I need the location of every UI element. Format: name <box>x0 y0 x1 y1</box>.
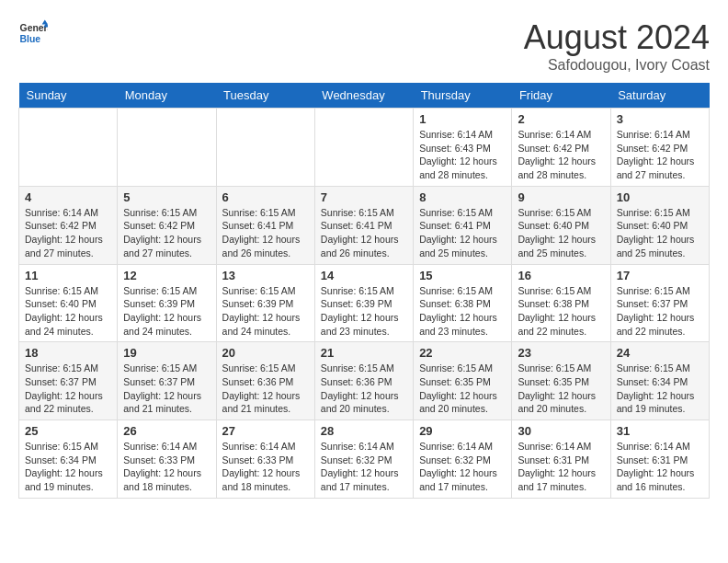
header: General Blue August 2024 Safodougou, Ivo… <box>18 18 710 74</box>
day-number: 2 <box>518 112 604 126</box>
day-info: Sunrise: 6:15 AM Sunset: 6:39 PM Dayligh… <box>222 284 309 339</box>
table-row <box>216 109 314 187</box>
table-row: 26Sunrise: 6:14 AM Sunset: 6:33 PM Dayli… <box>118 420 216 499</box>
day-info: Sunrise: 6:15 AM Sunset: 6:36 PM Dayligh… <box>321 362 407 416</box>
table-row: 21Sunrise: 6:15 AM Sunset: 6:36 PM Dayli… <box>314 342 413 420</box>
day-number: 1 <box>419 112 506 126</box>
table-row: 27Sunrise: 6:14 AM Sunset: 6:33 PM Dayli… <box>216 420 314 499</box>
table-row: 8Sunrise: 6:15 AM Sunset: 6:41 PM Daylig… <box>414 186 512 264</box>
day-number: 18 <box>25 346 111 360</box>
table-row <box>314 109 413 187</box>
day-info: Sunrise: 6:15 AM Sunset: 6:40 PM Dayligh… <box>518 206 604 260</box>
day-info: Sunrise: 6:14 AM Sunset: 6:43 PM Dayligh… <box>419 128 506 182</box>
table-row: 9Sunrise: 6:15 AM Sunset: 6:40 PM Daylig… <box>512 186 610 264</box>
day-number: 10 <box>617 190 703 204</box>
day-number: 15 <box>419 269 506 282</box>
day-info: Sunrise: 6:15 AM Sunset: 6:41 PM Dayligh… <box>419 206 506 260</box>
table-row: 7Sunrise: 6:15 AM Sunset: 6:41 PM Daylig… <box>314 186 413 264</box>
day-number: 6 <box>222 190 309 204</box>
day-info: Sunrise: 6:15 AM Sunset: 6:39 PM Dayligh… <box>123 284 210 339</box>
table-row <box>19 109 118 187</box>
header-wednesday: Wednesday <box>314 83 413 109</box>
table-row: 25Sunrise: 6:15 AM Sunset: 6:34 PM Dayli… <box>19 420 118 499</box>
table-row: 4Sunrise: 6:14 AM Sunset: 6:42 PM Daylig… <box>19 186 118 264</box>
day-number: 11 <box>25 269 111 282</box>
day-info: Sunrise: 6:14 AM Sunset: 6:42 PM Dayligh… <box>25 206 111 260</box>
header-friday: Friday <box>512 83 610 109</box>
day-info: Sunrise: 6:15 AM Sunset: 6:35 PM Dayligh… <box>419 362 506 416</box>
week-row-2: 4Sunrise: 6:14 AM Sunset: 6:42 PM Daylig… <box>19 186 710 264</box>
day-info: Sunrise: 6:15 AM Sunset: 6:38 PM Dayligh… <box>518 284 604 339</box>
day-info: Sunrise: 6:15 AM Sunset: 6:38 PM Dayligh… <box>419 284 506 339</box>
table-row: 23Sunrise: 6:15 AM Sunset: 6:35 PM Dayli… <box>512 342 610 420</box>
calendar-table: Sunday Monday Tuesday Wednesday Thursday… <box>18 83 710 499</box>
day-number: 24 <box>617 346 703 360</box>
day-info: Sunrise: 6:15 AM Sunset: 6:37 PM Dayligh… <box>123 362 210 416</box>
table-row: 20Sunrise: 6:15 AM Sunset: 6:36 PM Dayli… <box>216 342 314 420</box>
table-row: 3Sunrise: 6:14 AM Sunset: 6:42 PM Daylig… <box>610 109 709 187</box>
table-row: 30Sunrise: 6:14 AM Sunset: 6:31 PM Dayli… <box>512 420 610 499</box>
svg-marker-2 <box>42 20 48 25</box>
subtitle: Safodougou, Ivory Coast <box>524 57 710 74</box>
week-row-4: 18Sunrise: 6:15 AM Sunset: 6:37 PM Dayli… <box>19 342 710 420</box>
day-number: 16 <box>518 269 604 282</box>
day-info: Sunrise: 6:14 AM Sunset: 6:32 PM Dayligh… <box>419 440 506 494</box>
table-row: 16Sunrise: 6:15 AM Sunset: 6:38 PM Dayli… <box>512 264 610 342</box>
header-saturday: Saturday <box>610 83 709 109</box>
header-monday: Monday <box>118 83 216 109</box>
week-row-3: 11Sunrise: 6:15 AM Sunset: 6:40 PM Dayli… <box>19 264 710 342</box>
day-info: Sunrise: 6:15 AM Sunset: 6:41 PM Dayligh… <box>321 206 407 260</box>
day-number: 27 <box>222 424 309 438</box>
day-info: Sunrise: 6:15 AM Sunset: 6:42 PM Dayligh… <box>123 206 210 260</box>
day-info: Sunrise: 6:14 AM Sunset: 6:42 PM Dayligh… <box>617 128 703 182</box>
logo: General Blue <box>18 18 48 48</box>
day-number: 12 <box>123 269 210 282</box>
day-number: 7 <box>321 190 407 204</box>
week-row-1: 1Sunrise: 6:14 AM Sunset: 6:43 PM Daylig… <box>19 109 710 187</box>
day-info: Sunrise: 6:15 AM Sunset: 6:34 PM Dayligh… <box>617 362 703 416</box>
header-thursday: Thursday <box>414 83 512 109</box>
day-number: 22 <box>419 346 506 360</box>
day-info: Sunrise: 6:15 AM Sunset: 6:34 PM Dayligh… <box>25 440 111 494</box>
day-info: Sunrise: 6:15 AM Sunset: 6:40 PM Dayligh… <box>617 206 703 260</box>
day-info: Sunrise: 6:15 AM Sunset: 6:40 PM Dayligh… <box>25 284 111 339</box>
day-info: Sunrise: 6:14 AM Sunset: 6:33 PM Dayligh… <box>222 440 309 494</box>
day-number: 17 <box>617 269 703 282</box>
header-sunday: Sunday <box>19 83 118 109</box>
table-row: 31Sunrise: 6:14 AM Sunset: 6:31 PM Dayli… <box>610 420 709 499</box>
table-row: 19Sunrise: 6:15 AM Sunset: 6:37 PM Dayli… <box>118 342 216 420</box>
day-number: 21 <box>321 346 407 360</box>
table-row: 24Sunrise: 6:15 AM Sunset: 6:34 PM Dayli… <box>610 342 709 420</box>
table-row: 5Sunrise: 6:15 AM Sunset: 6:42 PM Daylig… <box>118 186 216 264</box>
header-tuesday: Tuesday <box>216 83 314 109</box>
day-info: Sunrise: 6:15 AM Sunset: 6:39 PM Dayligh… <box>321 284 407 339</box>
logo-icon: General Blue <box>18 18 48 48</box>
day-info: Sunrise: 6:15 AM Sunset: 6:37 PM Dayligh… <box>617 284 703 339</box>
table-row: 14Sunrise: 6:15 AM Sunset: 6:39 PM Dayli… <box>314 264 413 342</box>
table-row: 29Sunrise: 6:14 AM Sunset: 6:32 PM Dayli… <box>414 420 512 499</box>
table-row: 6Sunrise: 6:15 AM Sunset: 6:41 PM Daylig… <box>216 186 314 264</box>
week-row-5: 25Sunrise: 6:15 AM Sunset: 6:34 PM Dayli… <box>19 420 710 499</box>
table-row: 12Sunrise: 6:15 AM Sunset: 6:39 PM Dayli… <box>118 264 216 342</box>
table-row: 28Sunrise: 6:14 AM Sunset: 6:32 PM Dayli… <box>314 420 413 499</box>
day-info: Sunrise: 6:14 AM Sunset: 6:32 PM Dayligh… <box>321 440 407 494</box>
day-number: 4 <box>25 190 111 204</box>
table-row: 13Sunrise: 6:15 AM Sunset: 6:39 PM Dayli… <box>216 264 314 342</box>
svg-text:Blue: Blue <box>20 34 41 44</box>
day-number: 5 <box>123 190 210 204</box>
day-number: 8 <box>419 190 506 204</box>
day-number: 26 <box>123 424 210 438</box>
table-row: 11Sunrise: 6:15 AM Sunset: 6:40 PM Dayli… <box>19 264 118 342</box>
day-number: 19 <box>123 346 210 360</box>
table-row: 2Sunrise: 6:14 AM Sunset: 6:42 PM Daylig… <box>512 109 610 187</box>
day-info: Sunrise: 6:14 AM Sunset: 6:42 PM Dayligh… <box>518 128 604 182</box>
day-number: 28 <box>321 424 407 438</box>
table-row: 18Sunrise: 6:15 AM Sunset: 6:37 PM Dayli… <box>19 342 118 420</box>
day-info: Sunrise: 6:14 AM Sunset: 6:31 PM Dayligh… <box>518 440 604 494</box>
day-number: 30 <box>518 424 604 438</box>
day-number: 3 <box>617 112 703 126</box>
day-info: Sunrise: 6:15 AM Sunset: 6:36 PM Dayligh… <box>222 362 309 416</box>
day-number: 13 <box>222 269 309 282</box>
table-row: 1Sunrise: 6:14 AM Sunset: 6:43 PM Daylig… <box>414 109 512 187</box>
days-header-row: Sunday Monday Tuesday Wednesday Thursday… <box>19 83 710 109</box>
